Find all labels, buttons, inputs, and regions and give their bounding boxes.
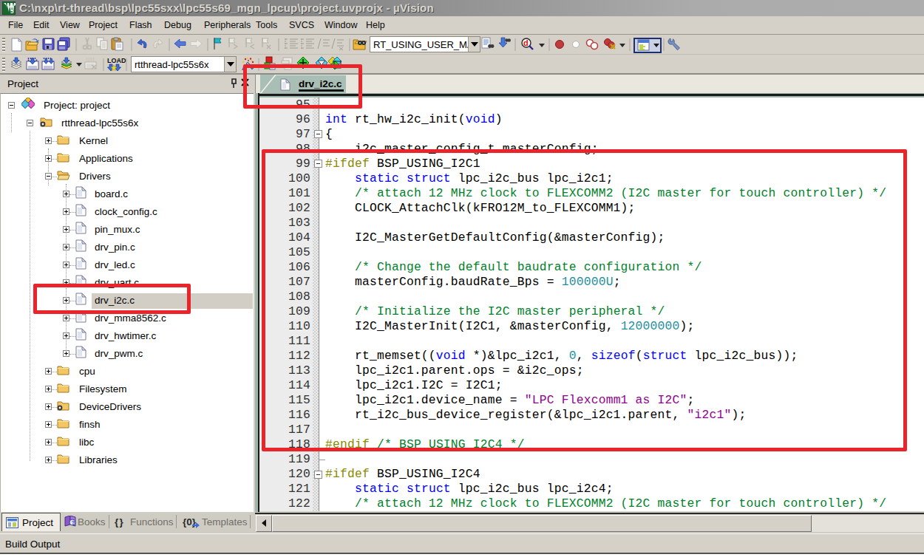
svg-text:5: 5	[10, 8, 14, 15]
svg-text:?: ?	[72, 519, 75, 526]
svg-text:LOAD: LOAD	[107, 57, 126, 64]
svg-text:d: d	[523, 38, 529, 47]
